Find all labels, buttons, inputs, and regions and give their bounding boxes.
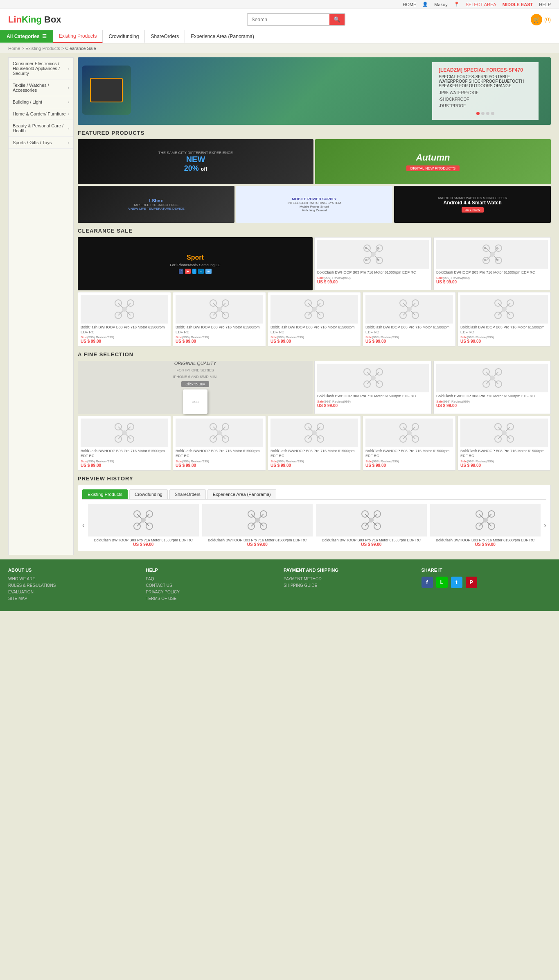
cart-count[interactable]: (0) (544, 16, 551, 23)
sidebar-item-textile[interactable]: Textile / Watches / Accessories › (9, 79, 73, 96)
breadcrumb-home[interactable]: Home (8, 46, 20, 51)
pinterest-share-button[interactable]: P (466, 577, 477, 588)
clearance-product-5[interactable]: BoldClash BWHOOP B03 Pro 716 Motor 61500… (268, 292, 361, 346)
footer-privacy-policy[interactable]: PRIVACY POLICY (146, 590, 276, 594)
clearance-products-bottom: BoldClash BWHOOP B03 Pro 716 Motor 61500… (78, 292, 551, 346)
ms-icon: m (205, 269, 212, 274)
selection-product-6[interactable]: BoldClash BWHOOP B03 Pro 716 Motor 61500… (363, 416, 456, 470)
selection-product-5[interactable]: BoldClash BWHOOP B03 Pro 716 Motor 61500… (268, 416, 361, 470)
hero-dot-4[interactable] (491, 112, 494, 115)
sidebar-item-building[interactable]: Building / Light › (9, 96, 73, 108)
product-price: US $ 99.00 (270, 339, 358, 344)
nav-experience-area[interactable]: Experience Area (Panorama) (185, 30, 260, 43)
clearance-product-4[interactable]: BoldClash BWHOOP B03 Pro 716 Motor 61500… (173, 292, 266, 346)
header: LinKing Box 🔍 🛒 (0) (0, 9, 559, 30)
preview-products-grid: ‹ BoldClash BWHOOP B03 Pro 716 Motor 615… (82, 504, 546, 547)
featured-card-ls[interactable]: LSbox TAR FREE I TOBACCO FREE. A NEW LIF… (78, 186, 234, 223)
main-content: [LEADZM] SPECIAL FORCES-SF470 SPECIAL FO… (78, 53, 551, 555)
featured-card-autumn[interactable]: Autumn DIGITAL NEW PRODUCTS (315, 139, 551, 184)
product-name: BoldClash BWHOOP B03 Pro 716 Motor 61500… (460, 449, 548, 458)
featured-card-mobile-power[interactable]: MOBILE POWER SUPPLY INTELLIGENT MATCHING… (236, 186, 393, 223)
search-button[interactable]: 🔍 (329, 14, 345, 25)
preview-item-4[interactable]: BoldClash BWHOOP B03 Pro 716 Motor 61500… (430, 504, 541, 547)
footer-faq[interactable]: FAQ (146, 577, 276, 581)
product-name: BoldClash BWHOOP B03 Pro 716 Motor 61500… (81, 325, 168, 335)
sidebar-item-beauty[interactable]: Beauty & Personal Care / Health › (9, 120, 73, 137)
footer-site-map[interactable]: SITE MAP (8, 596, 138, 601)
clearance-product-7[interactable]: BoldClash BWHOOP B03 Pro 716 Motor 61500… (458, 292, 551, 346)
footer-shipping-guide[interactable]: SHIPPING GUIDE (284, 583, 413, 588)
home-link[interactable]: HOME (403, 2, 416, 7)
preview-thumb (430, 504, 541, 536)
all-categories-button[interactable]: All Categories ☰ (0, 30, 53, 43)
product-name: BoldClash BWHOOP B03 Pro 716 Motor 61500… (176, 325, 263, 335)
preview-tab-existing-products[interactable]: Existing Products (82, 489, 128, 499)
clearance-product-3[interactable]: BoldClash BWHOOP B03 Pro 716 Motor 61500… (78, 292, 171, 346)
product-price: US $ 99.00 (317, 280, 429, 284)
footer-payment-method[interactable]: PAYMENT METHOD (284, 577, 413, 581)
preview-item-3[interactable]: BoldClash BWHOOP B03 Pro 716 Motor 61500… (316, 504, 427, 547)
clearance-product-2[interactable]: ✕✕✕✕ BoldClash BWHOOP B03 Pro 716 Motor … (433, 237, 551, 290)
facebook-share-button[interactable]: f (422, 577, 433, 588)
hero-dot-2[interactable] (481, 112, 485, 115)
selection-products-bottom: BoldClash BWHOOP B03 Pro 716 Motor 61500… (78, 416, 551, 470)
svg-point-133 (483, 518, 488, 523)
help-link[interactable]: HELP (539, 2, 551, 7)
search-bar: 🔍 (247, 13, 345, 26)
twitter-share-button[interactable]: t (451, 577, 462, 588)
svg-text:✕: ✕ (364, 246, 367, 250)
selection-product-1[interactable]: BoldClash BWHOOP B03 Pro 716 Motor 61500… (314, 361, 432, 414)
preview-history-section: Existing Products Crowdfunding ShareOrde… (78, 485, 551, 551)
svg-text:✕: ✕ (376, 246, 380, 250)
chevron-right-icon: › (68, 100, 69, 104)
footer-contact-us[interactable]: CONTACT US (146, 583, 276, 588)
hero-dot-1[interactable] (476, 112, 480, 115)
footer-about-col: ABOUT US WHO WE ARE RULES & REGULATIONS … (8, 568, 138, 603)
selection-product-4[interactable]: BoldClash BWHOOP B03 Pro 716 Motor 61500… (173, 416, 266, 470)
clearance-product-1[interactable]: ✕✕✕✕ BoldClash BWHOOP B03 Pro 716 Motor … (314, 237, 432, 290)
preview-tab-shareorders[interactable]: ShareOrders (169, 489, 206, 499)
sidebar-label: Consumer Electronics / Household Applian… (13, 61, 68, 76)
click-to-buy-button[interactable]: Click to Buy (181, 381, 209, 387)
selection-product-3[interactable]: BoldClash BWHOOP B03 Pro 716 Motor 61500… (78, 416, 171, 470)
product-price: US $ 99.00 (436, 403, 548, 408)
preview-next-arrow[interactable]: › (544, 521, 546, 530)
product-name: BoldClash BWHOOP B03 Pro 716 Motor 61500… (317, 394, 429, 399)
footer-who-we-are[interactable]: WHO WE ARE (8, 577, 138, 581)
nav-crowdfunding[interactable]: Crowdfunding (103, 30, 145, 43)
featured-card-new[interactable]: THE SAME CITY DIFFERENT EXPERIENCE NEW 2… (78, 139, 313, 184)
preview-tab-experience[interactable]: Experience Area (Panorama) (207, 489, 276, 499)
product-name: BoldClash BWHOOP B03 Pro 716 Motor 61500… (460, 325, 548, 335)
sidebar-item-home-garden[interactable]: Home & Garden/ Furniture › (9, 108, 73, 120)
selection-product-7[interactable]: BoldClash BWHOOP B03 Pro 716 Motor 61500… (458, 416, 551, 470)
product-name: BoldClash BWHOOP B03 Pro 716 Motor 61500… (270, 449, 358, 458)
preview-prev-arrow[interactable]: ‹ (82, 521, 85, 530)
selection-product-2[interactable]: BoldClash BWHOOP B03 Pro 716 Motor 61500… (433, 361, 551, 414)
svg-point-49 (407, 307, 412, 312)
fb-icon: f (179, 269, 183, 274)
sidebar-item-consumer-electronics[interactable]: Consumer Electronics / Household Applian… (9, 58, 73, 79)
breadcrumb-existing-products[interactable]: Existing Products (25, 46, 60, 51)
product-thumb: ✕✕✕✕ (436, 240, 548, 269)
breadcrumb-current: Clearance Sale (65, 46, 96, 51)
preview-item-1[interactable]: BoldClash BWHOOP B03 Pro 716 Motor 61500… (88, 504, 199, 547)
clearance-product-6[interactable]: BoldClash BWHOOP B03 Pro 716 Motor 61500… (363, 292, 456, 346)
search-input[interactable] (248, 14, 329, 25)
user-link[interactable]: Makoy (434, 2, 447, 7)
hero-dot-3[interactable] (486, 112, 489, 115)
product-price: US $ 99.00 (365, 339, 453, 344)
sidebar-item-sports[interactable]: Sports / Gifts / Toys › (9, 137, 73, 149)
footer-rules[interactable]: RULES & REGULATIONS (8, 583, 138, 588)
preview-tab-crowdfunding[interactable]: Crowdfunding (129, 489, 168, 499)
preview-item-2[interactable]: BoldClash BWHOOP B03 Pro 716 Motor 61500… (202, 504, 313, 547)
footer-terms-of-use[interactable]: TERMS OF USE (146, 596, 276, 601)
line-share-button[interactable]: L (436, 577, 448, 588)
nav-shareorders[interactable]: ShareOrders (145, 30, 185, 43)
clearance-sale-title: CLEARANCE SALE (78, 223, 551, 237)
cart-icon[interactable]: 🛒 (531, 14, 542, 25)
preview-items: BoldClash BWHOOP B03 Pro 716 Motor 61500… (88, 504, 541, 547)
featured-card-smart-watch[interactable]: ANDROID SMART WATCHES MICRO LETTER Andro… (394, 186, 551, 223)
nav-existing-products[interactable]: Existing Products (53, 30, 103, 43)
selection-banner: ORIGINAL QUALITY FOR IPHONE SERIES IPHON… (78, 361, 313, 414)
footer-evaluation[interactable]: EVALUATION (8, 590, 138, 594)
